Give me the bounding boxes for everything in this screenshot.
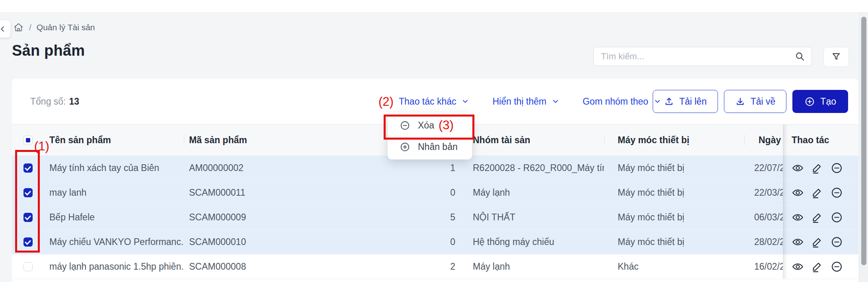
top-strip <box>0 0 868 12</box>
menu-show-more[interactable]: Hiển thị thêm <box>492 96 560 107</box>
row-date: 16/02/2 <box>744 255 783 279</box>
header-date[interactable]: Ngày <box>744 124 783 156</box>
upload-button-label: Tải lên <box>679 96 707 107</box>
download-button-label: Tải về <box>751 96 776 107</box>
sidebar-collapse-button[interactable] <box>0 20 11 38</box>
table-row[interactable]: Máy chiếu VANKYO Performanc... SCAM00001… <box>12 230 858 255</box>
dropdown-item-delete[interactable]: Xóa <box>388 115 472 136</box>
download-button[interactable]: Tải về <box>724 90 787 113</box>
table-row[interactable]: Máy tính xách tay của Biên AM00000002 1 … <box>12 156 858 181</box>
view-eye-icon[interactable] <box>792 236 804 248</box>
plus-circle-icon <box>400 142 410 152</box>
header-asset-group[interactable]: Nhóm tài sản <box>462 124 604 156</box>
product-quantity: 0 <box>315 230 462 254</box>
more-actions-dropdown: Xóa Nhân bản <box>388 113 472 159</box>
search-input[interactable] <box>594 47 795 66</box>
annotation-label-2: (2) <box>378 95 394 109</box>
edit-pencil-icon[interactable] <box>811 261 823 273</box>
product-quantity: 1 <box>315 156 462 180</box>
row-checkbox-cell <box>12 156 44 180</box>
row-checkbox-cell <box>12 181 44 205</box>
row-checkbox-cell <box>12 255 44 279</box>
row-checkbox-cell <box>12 230 44 254</box>
annotation-label-1: (1) <box>34 139 49 154</box>
vertical-scrollbar[interactable] <box>859 12 868 282</box>
row-date: 06/03/2 <box>744 205 783 229</box>
asset-group: Máy lạnh <box>462 181 604 205</box>
chevron-down-icon <box>653 97 661 105</box>
annotation-label-3: (3) <box>439 118 454 132</box>
row-checkbox[interactable] <box>23 188 33 197</box>
plus-circle-icon <box>804 96 815 107</box>
select-all-checkbox[interactable] <box>23 136 33 145</box>
table-row[interactable]: máy lạnh panasonic 1.5hp phiên... SCAM00… <box>12 255 858 279</box>
edit-pencil-icon[interactable] <box>811 211 823 224</box>
product-quantity: 5 <box>315 205 462 229</box>
total-value: 13 <box>69 96 80 107</box>
row-actions <box>783 255 858 279</box>
remove-minus-circle-icon[interactable] <box>831 261 843 273</box>
toolbar-actions: Tải lên Tải về Tạo <box>653 90 848 113</box>
breadcrumb-item-asset-management[interactable]: Quản lý Tài sản <box>37 23 95 32</box>
create-button[interactable]: Tạo <box>792 90 848 113</box>
row-checkbox[interactable] <box>23 163 33 173</box>
view-eye-icon[interactable] <box>792 162 804 174</box>
products-card: Tổng số: 13 Thao tác khác Hiển thị thêm … <box>12 79 858 282</box>
remove-minus-circle-icon[interactable] <box>831 211 843 224</box>
row-checkbox[interactable] <box>23 262 33 271</box>
header-product-code[interactable]: Mã sản phẩm <box>184 124 315 156</box>
row-actions <box>783 156 858 180</box>
asset-group: Máy lạnh <box>462 255 604 279</box>
scrollbar-thumb[interactable] <box>861 17 866 265</box>
row-actions <box>783 230 858 254</box>
filter-button[interactable] <box>823 47 849 67</box>
chevron-down-icon <box>461 97 469 105</box>
page-title: Sản phẩm <box>12 42 85 59</box>
asset-group: Hệ thống máy chiếu <box>462 230 604 254</box>
minus-circle-icon <box>400 120 410 131</box>
download-icon <box>735 96 745 107</box>
filter-icon <box>831 52 841 62</box>
product-name: Máy chiếu VANKYO Performanc... <box>44 230 184 254</box>
row-checkbox-cell <box>12 205 44 229</box>
remove-minus-circle-icon[interactable] <box>831 162 843 174</box>
header-machine-type[interactable]: Máy móc thiết bị <box>604 124 744 156</box>
dropdown-item-delete-label: Xóa <box>418 120 434 131</box>
table-row[interactable]: may lanh SCAM000011 0 Máy lạnh Máy móc t… <box>12 181 858 205</box>
product-code: SCAM000011 <box>184 181 315 205</box>
product-code: SCAM000009 <box>184 205 315 229</box>
edit-pencil-icon[interactable] <box>811 162 823 174</box>
header-product-name[interactable]: Tên sản phẩm <box>44 124 184 156</box>
menu-more-actions-label: Thao tác khác <box>399 96 456 107</box>
edit-pencil-icon[interactable] <box>811 187 823 199</box>
row-checkbox[interactable] <box>23 213 33 222</box>
partial-next-row <box>12 279 858 282</box>
product-code: AM00000002 <box>184 156 315 180</box>
dropdown-item-duplicate-label: Nhân bản <box>418 142 458 152</box>
view-eye-icon[interactable] <box>792 211 804 224</box>
menu-group-by-label: Gom nhóm theo <box>583 96 648 107</box>
product-quantity: 0 <box>315 181 462 205</box>
total-label: Tổng số: <box>30 96 66 107</box>
row-date: 22/07/2 <box>744 156 783 180</box>
chevron-down-icon <box>552 97 560 105</box>
machine-type: Máy móc thiết bị <box>604 156 744 180</box>
upload-button[interactable]: Tải lên <box>653 90 718 113</box>
row-checkbox[interactable] <box>23 237 33 247</box>
table-row[interactable]: Bếp Hafele SCAM000009 5 NỘI THẤT Máy móc… <box>12 205 858 230</box>
product-name: Máy tính xách tay của Biên <box>44 156 184 180</box>
search-icon[interactable] <box>795 51 805 62</box>
view-eye-icon[interactable] <box>792 187 804 199</box>
edit-pencil-icon[interactable] <box>811 236 823 248</box>
home-icon[interactable] <box>13 22 24 33</box>
product-code: SCAM000010 <box>184 230 315 254</box>
menu-group-by[interactable]: Gom nhóm theo <box>583 96 661 107</box>
row-date: 28/02/2 <box>744 230 783 254</box>
menu-more-actions[interactable]: Thao tác khác <box>399 96 469 107</box>
remove-minus-circle-icon[interactable] <box>831 187 843 199</box>
remove-minus-circle-icon[interactable] <box>831 236 843 248</box>
view-eye-icon[interactable] <box>792 261 804 273</box>
machine-type: Máy móc thiết bị <box>604 181 744 205</box>
product-code: SCAM000008 <box>184 255 315 279</box>
dropdown-item-duplicate[interactable]: Nhân bản <box>388 136 472 158</box>
